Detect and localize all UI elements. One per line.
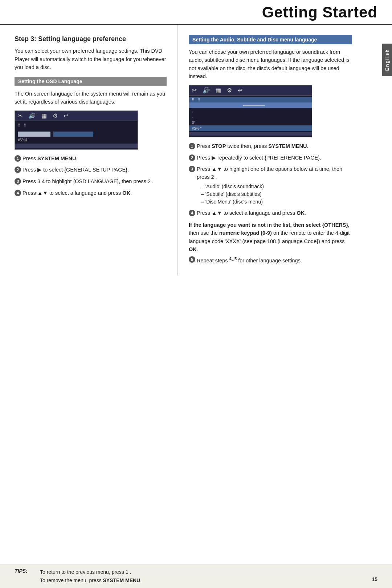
settings-icon-r: ⚙: [227, 87, 232, 94]
steps-list-right: 1 Press STOP twice then, press SYSTEM ME…: [189, 142, 352, 217]
tips-label: TIPS:: [15, 568, 33, 574]
special-note: If the language you want is not in the l…: [189, 221, 352, 254]
audio-icon-r: 🔊: [203, 87, 210, 94]
step-2-left: 2 Press ▶ to select {GENERAL SETUP PAGE}…: [15, 166, 167, 174]
menu-footer-bar: [15, 144, 138, 148]
content-area: Step 3: Setting language preference You …: [0, 25, 392, 275]
menu-row-spacer: [15, 128, 138, 131]
footer-tips: TIPS: To return to the previous menu, pr…: [0, 564, 392, 588]
right-intro: You can choose your own preferred langua…: [189, 48, 352, 81]
right-row-4: .: [189, 114, 312, 120]
sub-list-right: 'Audio' (disc's soundtrack) 'Subtitle' (…: [201, 183, 352, 206]
osd-body: The On-screen language for the system me…: [15, 90, 167, 106]
menu-rows-left: !! !! #$%& ': [15, 121, 138, 149]
display-icon: ▦: [41, 112, 47, 119]
right-row-5: 0°: [189, 120, 312, 125]
subitem-audio: 'Audio' (disc's soundtrack): [201, 183, 352, 190]
step-1-left: 1 Press SYSTEM MENU.: [15, 155, 167, 163]
step-1-right: 1 Press STOP twice then, press SYSTEM ME…: [189, 142, 352, 150]
exit-icon: ↩: [64, 112, 68, 119]
right-row-1: !! !!: [189, 97, 312, 102]
menu-mockup-right: ✂ 🔊 ▦ ⚙ ↩ !! !! ━━━━━━━━━━: [189, 85, 312, 137]
step-3-right: 3 Press ▲▼ to highlight one of the optio…: [189, 165, 352, 206]
steps-list-left: 1 Press SYSTEM MENU. 2 Press ▶ to select…: [15, 155, 167, 197]
right-menu-icons-row: ✂ 🔊 ▦ ⚙ ↩: [189, 85, 312, 96]
display-icon-r: ▦: [216, 87, 221, 94]
settings-icon: ⚙: [53, 112, 58, 119]
exit-icon-r: ↩: [238, 87, 242, 94]
step-3-left: 3 Press 3 4 to highlight {OSD LANGUAGE},…: [15, 178, 167, 186]
menu-mockup-left: ✂ 🔊 ▦ ⚙ ↩ !! !! #$%& ': [15, 110, 138, 150]
step-2-right: 2 Press ▶ repeatedly to select {PREFEREN…: [189, 154, 352, 162]
tool-icon: ✂: [18, 112, 23, 119]
right-menu-footer: [189, 132, 312, 136]
step-5-right: 5 Repeat steps 4~5 for other language se…: [189, 256, 352, 265]
subitem-subtitle: 'Subtitle' (disc's subtitles): [201, 190, 352, 198]
menu-row-2: [15, 131, 138, 137]
right-section-header: Setting the Audio, Subtitle and Disc men…: [189, 35, 352, 44]
osd-header: Setting the OSD Language: [15, 77, 167, 86]
right-column: Setting the Audio, Subtitle and Disc men…: [178, 25, 374, 275]
right-row-2: ━━━━━━━━━━: [189, 102, 312, 108]
left-intro: You can select your own preferred langua…: [15, 47, 167, 71]
language-tab: English: [382, 44, 392, 76]
step5-list: 5 Repeat steps 4~5 for other language se…: [189, 256, 352, 265]
audio-icon: 🔊: [28, 112, 36, 119]
step-4-left: 4 Press ▲▼ to select a language and pres…: [15, 189, 167, 197]
right-row-3: .: [189, 108, 312, 114]
left-section-title: Step 3: Setting language preference: [15, 35, 167, 43]
page-header: Getting Started: [0, 0, 392, 25]
right-menu-rows: !! !! ━━━━━━━━━━ . .: [189, 96, 312, 137]
right-row-6: #$% ": [189, 125, 312, 131]
tips-content: To return to the previous menu, press 1 …: [40, 568, 142, 584]
tool-icon-r: ✂: [192, 87, 197, 94]
menu-icons-row: ✂ 🔊 ▦ ⚙ ↩: [15, 111, 138, 121]
page-title: Getting Started: [262, 4, 377, 21]
subitem-discmenu: 'Disc Menu' (disc's menu): [201, 198, 352, 206]
page-number: 15: [372, 576, 377, 582]
menu-row-1: !! !!: [15, 122, 138, 128]
step-4-right: 4 Press ▲▼ to select a language and pres…: [189, 209, 352, 217]
left-column: Step 3: Setting language preference You …: [0, 25, 178, 275]
menu-bottom-code: #$%& ': [15, 137, 138, 143]
